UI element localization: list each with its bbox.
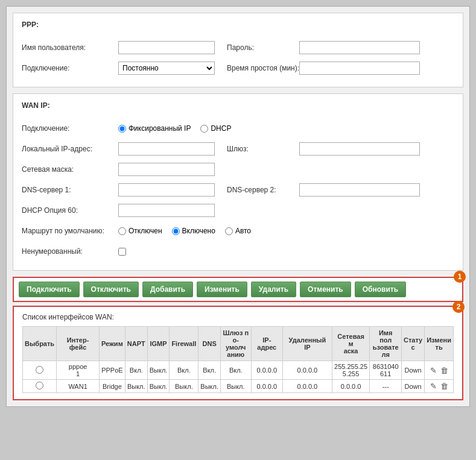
col-remote-ip: Удаленный IP [283,327,332,361]
row1-napt: Вкл. [125,361,147,380]
gateway-group: Шлюз: [227,142,420,156]
col-change: Изменить [425,327,454,361]
row1-status: Down [401,361,424,380]
wan-list-title: Список интерфейсов WAN: [22,313,454,321]
row2-actions: ✎ 🗑 [425,380,454,393]
delete-button[interactable]: Удалить [251,282,296,297]
username-label: Имя пользователя: [22,43,118,52]
unnumbered-checkbox-group [118,248,126,256]
auto-option[interactable]: Авто [225,227,251,235]
col-napt: NAPT [125,327,147,361]
idle-time-label: Время простоя (мин): [227,64,299,72]
ppp-section: PPP: Имя пользователя: Пароль: Подключен… [13,13,463,87]
enabled-radio[interactable] [172,227,180,235]
badge-2: 2 [452,301,465,313]
subnet-mask-input[interactable] [118,163,215,176]
row2-select[interactable] [23,380,57,393]
row1-select[interactable] [23,361,57,380]
update-button[interactable]: Обновить [355,282,406,297]
wan-table: Выбрать Интер-фейс Режим NAPT IGMP Firew… [22,326,454,393]
auto-label: Авто [235,227,251,235]
modify-button[interactable]: Изменить [197,282,247,297]
wan-connection-row: Подключение: Фиксированный IP DHCP [22,121,454,136]
default-route-label: Маршрут по умолчанию: [22,227,118,235]
dhcp-option[interactable]: DHCP [200,124,231,133]
row1-radio[interactable] [36,366,43,374]
wan-ip-title: WAN IP: [22,101,50,110]
add-button[interactable]: Добавить [142,282,193,297]
col-ip-address: IP-адрес [251,327,283,361]
default-route-row: Маршрут по умолчанию: Отключен Включено … [22,223,454,239]
dns2-label: DNS-сервер 2: [227,186,299,194]
dhcp-label: DHCP [211,124,231,133]
connection-select[interactable]: Постоянно По требованию Ручной [118,61,215,75]
row2-radio[interactable] [36,382,43,389]
enabled-option[interactable]: Включено [172,227,215,235]
table-row: pppoe1 PPPoE Вкл. Выкл. Вкл. Вкл. Вкл. 0… [23,361,454,380]
row1-firewall: Вкл. [170,361,198,380]
gateway-label: Шлюз: [227,145,299,153]
dns1-input[interactable] [118,183,215,197]
row1-delete-icon[interactable]: 🗑 [440,366,448,375]
username-input[interactable] [118,41,215,54]
idle-time-input[interactable] [299,61,420,75]
disconnect-button[interactable]: Отключить [83,282,139,297]
unnumbered-checkbox[interactable] [118,248,126,256]
main-container: PPP: Имя пользователя: Пароль: Подключен… [6,6,470,407]
connection-row: Подключение: Постоянно По требованию Руч… [22,60,454,76]
row1-igmp: Выкл. [147,361,170,380]
row1-mode: PPPoE [100,361,125,380]
dns2-input[interactable] [299,183,420,197]
dhcp-radio[interactable] [200,125,208,133]
wan-list-section: 2 Список интерфейсов WAN: Выбрать Интер-… [13,306,463,400]
col-default-gateway: Шлюз по-умолчанию [221,327,252,361]
row2-firewall: Выкл. [170,380,198,393]
row1-edit-icon[interactable]: ✎ [430,366,437,375]
row1-dns: Вкл. [198,361,221,380]
fixed-ip-radio[interactable] [118,125,126,133]
row1-ip: 0.0.0.0 [251,361,283,380]
gateway-input[interactable] [299,142,420,156]
idle-time-group: Время простоя (мин): [227,61,420,75]
wan-ip-title-row: WAN IP: [22,100,454,116]
row2-remote-ip: 0.0.0.0 [283,380,332,393]
row2-dns: Выкл. [198,380,221,393]
row2-edit-icon[interactable]: ✎ [430,382,437,391]
ppp-title: PPP: [22,20,39,29]
table-row: WAN1 Bridge Выкл. Выкл. Выкл. Выкл. Выкл… [23,380,454,393]
cancel-button[interactable]: Отменить [300,282,351,297]
dns2-group: DNS-сервер 2: [227,183,420,197]
row1-interface: pppoe1 [57,361,100,380]
disabled-label: Отключен [129,227,162,235]
ppp-title-row: PPP: [22,19,454,35]
username-row: Имя пользователя: Пароль: [22,40,454,55]
dhcp-option60-label: DHCP Опция 60: [22,206,118,215]
dhcp-option60-input[interactable] [118,204,215,217]
row2-interface: WAN1 [57,380,100,393]
local-ip-row: Локальный IP-адрес: Шлюз: [22,141,454,157]
row2-delete-icon[interactable]: 🗑 [440,382,448,391]
connection-label: Подключение: [22,64,118,72]
local-ip-input[interactable] [118,142,215,156]
fixed-ip-option[interactable]: Фиксированный IP [118,124,191,133]
disabled-option[interactable]: Отключен [118,227,162,235]
disabled-radio[interactable] [118,227,126,235]
btn-bar: Подключить Отключить Добавить Изменить У… [13,277,463,302]
enabled-label: Включено [182,227,215,235]
col-dns: DNS [198,327,221,361]
subnet-mask-label: Сетевая маска: [22,165,118,174]
wan-connection-radio-group: Фиксированный IP DHCP [118,124,231,133]
password-group: Пароль: [227,41,420,54]
row1-username: 8631040611 [370,361,402,380]
dns1-label: DNS-сервер 1: [22,186,118,194]
connect-button[interactable]: Подключить [19,282,80,297]
row2-subnet: 0.0.0.0 [332,380,370,393]
col-select: Выбрать [23,327,57,361]
auto-radio[interactable] [225,227,233,235]
password-input[interactable] [299,41,420,54]
unnumbered-row: Ненумерованный: [22,244,454,259]
row1-default-gw: Вкл. [221,361,252,380]
col-interface: Интер-фейс [57,327,100,361]
local-ip-label: Локальный IP-адрес: [22,145,118,153]
unnumbered-label: Ненумерованный: [22,247,118,256]
